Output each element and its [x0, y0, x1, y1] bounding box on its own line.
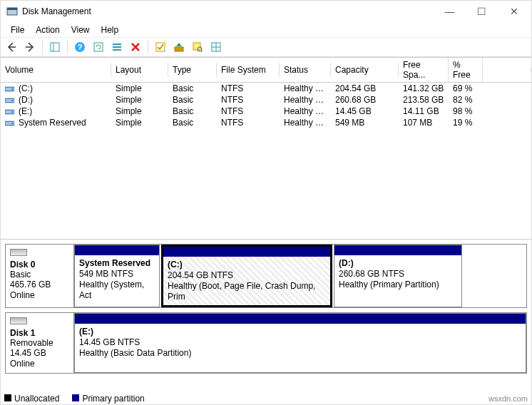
partition-bar: [163, 247, 330, 257]
arrow-right-icon: [24, 41, 36, 53]
partition-bar: [75, 245, 159, 255]
menu-action[interactable]: Action: [30, 24, 65, 36]
disk-management-window: Disk Management — ☐ ✕ File Action View H…: [0, 0, 532, 405]
partition[interactable]: (E:)14.45 GB NTFSHealthy (Basic Data Par…: [74, 313, 526, 373]
app-icon: [6, 6, 18, 17]
partition[interactable]: System Reserved549 MB NTFSHealthy (Syste…: [74, 245, 160, 307]
titlebar: Disk Management — ☐ ✕: [1, 1, 531, 22]
svg-rect-11: [113, 49, 121, 51]
cell-layout: Simple: [111, 83, 168, 94]
swatch-blue-icon: [72, 394, 79, 401]
list-icon: [111, 41, 123, 53]
swatch-black-icon: [4, 394, 11, 401]
disk-info[interactable]: Disk 1Removable14.45 GBOnline: [6, 313, 74, 373]
col-spare[interactable]: [483, 68, 531, 72]
menubar: File Action View Help: [1, 22, 531, 37]
cell-volume: System Reserved: [1, 117, 111, 128]
cell-layout: Simple: [111, 106, 168, 117]
partition-status: Healthy (Basic Data Partition): [79, 348, 191, 358]
disk-row: Disk 0Basic465.76 GBOnlineSystem Reserve…: [5, 244, 527, 308]
col-volume[interactable]: Volume: [1, 63, 111, 77]
action-button-4[interactable]: [208, 39, 224, 55]
table-row[interactable]: (D:)SimpleBasicNTFSHealthy (P...260.68 G…: [1, 94, 531, 106]
menu-help[interactable]: Help: [96, 24, 125, 36]
action-button-3[interactable]: [190, 39, 205, 55]
cell-status: Healthy (B...: [280, 106, 331, 117]
cell-volume: (E:): [1, 106, 111, 117]
menu-file[interactable]: File: [5, 24, 30, 36]
disk-info[interactable]: Disk 0Basic465.76 GBOnline: [6, 245, 74, 307]
panel-icon: [49, 41, 61, 53]
disk-row: Disk 1Removable14.45 GBOnline(E:)14.45 G…: [5, 312, 527, 374]
check-icon: [155, 41, 166, 53]
back-button[interactable]: [4, 39, 19, 55]
table-row[interactable]: (C:)SimpleBasicNTFSHealthy (B...204.54 G…: [1, 83, 531, 94]
action-button-1[interactable]: [153, 39, 168, 55]
toolbar: ?: [1, 37, 531, 57]
cell-capacity: 260.68 GB: [331, 94, 399, 106]
cell-pct: 98 %: [449, 106, 483, 117]
partition-size: 14.45 GB NTFS: [79, 337, 140, 347]
svg-text:?: ?: [78, 43, 83, 51]
legend-primary-label: Primary partition: [82, 394, 144, 404]
cell-fs: NTFS: [217, 106, 280, 117]
partition-container: (E:)14.45 GB NTFSHealthy (Basic Data Par…: [74, 313, 526, 373]
action-button-2[interactable]: [171, 39, 187, 55]
legend-unallocated: Unallocated: [4, 394, 59, 404]
col-free[interactable]: Free Spa...: [399, 58, 449, 82]
disk-size: 465.76 GB: [10, 280, 69, 289]
grid-icon: [210, 41, 222, 53]
col-status[interactable]: Status: [280, 63, 331, 77]
refresh-button[interactable]: [91, 39, 106, 55]
forward-button[interactable]: [22, 39, 38, 55]
legend-primary: Primary partition: [72, 394, 144, 404]
close-button[interactable]: ✕: [498, 1, 530, 22]
partition-bar: [334, 245, 461, 255]
drive-icon: [5, 97, 14, 104]
up-icon: [173, 41, 185, 53]
partition-bar: [75, 314, 526, 324]
table-row[interactable]: System ReservedSimpleBasicNTFSHealthy (S…: [1, 117, 531, 128]
svg-rect-9: [113, 43, 121, 45]
disk-title: Disk 0: [10, 260, 35, 270]
delete-button[interactable]: [128, 39, 143, 55]
table-row[interactable]: (E:)SimpleBasicNTFSHealthy (B...14.45 GB…: [1, 106, 531, 117]
legend-unallocated-label: Unallocated: [14, 394, 59, 404]
maximize-button[interactable]: ☐: [466, 1, 498, 22]
disk-kind: Basic: [10, 270, 69, 280]
partition-size: 549 MB NTFS: [79, 269, 133, 279]
svg-point-25: [11, 111, 13, 113]
partition[interactable]: (C:)204.54 GB NTFSHealthy (Boot, Page Fi…: [161, 245, 332, 307]
cell-pct: 82 %: [449, 94, 483, 106]
col-layout[interactable]: Layout: [111, 63, 168, 77]
partition[interactable]: (D:)260.68 GB NTFSHealthy (Primary Parti…: [334, 245, 462, 307]
menu-view[interactable]: View: [66, 24, 96, 36]
partition-container: System Reserved549 MB NTFSHealthy (Syste…: [74, 245, 526, 307]
svg-rect-1: [7, 8, 17, 10]
separator: [67, 40, 68, 54]
col-type[interactable]: Type: [168, 63, 217, 77]
cell-capacity: 549 MB: [331, 117, 399, 128]
separator: [42, 40, 43, 54]
cell-capacity: 204.54 GB: [331, 83, 399, 94]
col-fs[interactable]: File System: [217, 63, 280, 77]
col-capacity[interactable]: Capacity: [331, 63, 399, 77]
search-icon: [192, 41, 203, 53]
cell-volume: (D:): [1, 94, 111, 106]
disk-title: Disk 1: [10, 328, 35, 338]
cell-type: Basic: [168, 94, 217, 106]
disk-state: Online: [10, 290, 69, 300]
minimize-button[interactable]: —: [434, 1, 466, 22]
help-button[interactable]: ?: [72, 39, 88, 55]
show-hide-button[interactable]: [47, 39, 63, 55]
settings-button[interactable]: [109, 39, 125, 55]
partition-body: System Reserved549 MB NTFSHealthy (Syste…: [75, 255, 159, 307]
cell-fs: NTFS: [217, 83, 280, 94]
partition-status: Healthy (Boot, Page File, Crash Dump, Pr…: [168, 281, 315, 302]
disk-map: Disk 0Basic465.76 GBOnlineSystem Reserve…: [1, 240, 531, 404]
col-pct[interactable]: % Free: [449, 58, 483, 82]
legend: Unallocated Primary partition wsxdn.com: [4, 394, 528, 404]
cell-volume: (C:): [1, 83, 111, 94]
partition-size: 204.54 GB NTFS: [168, 270, 233, 280]
refresh-icon: [93, 41, 104, 53]
